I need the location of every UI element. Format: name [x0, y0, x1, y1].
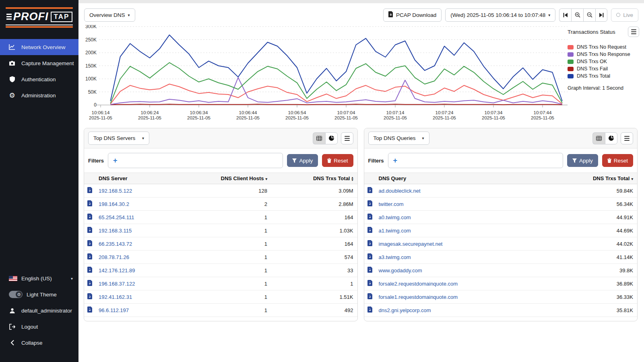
- file-icon[interactable]: [84, 290, 95, 304]
- trash-icon: [607, 158, 611, 163]
- file-icon[interactable]: [364, 277, 375, 290]
- apply-button[interactable]: Apply: [287, 154, 318, 167]
- apply-button[interactable]: Apply: [567, 154, 598, 167]
- table-link[interactable]: ad.doubleclick.net: [379, 188, 421, 194]
- pie-view-button[interactable]: [325, 132, 338, 144]
- file-icon[interactable]: [84, 304, 95, 317]
- table-link[interactable]: 65.254.254.111: [99, 214, 134, 220]
- live-toggle-button[interactable]: Live: [611, 8, 638, 22]
- panel-menu-button[interactable]: [341, 132, 353, 144]
- table-link[interactable]: forsale2.requestdomainquote.com: [379, 281, 458, 287]
- add-filter-icon[interactable]: +: [113, 156, 118, 165]
- theme-toggle-switch[interactable]: [9, 291, 23, 298]
- file-icon[interactable]: [364, 184, 375, 197]
- legend-menu-button[interactable]: [628, 27, 639, 37]
- file-icon[interactable]: [84, 264, 95, 277]
- legend-title: Transactions Status: [568, 29, 615, 35]
- reset-button[interactable]: Reset: [322, 154, 353, 167]
- panel-menu-button[interactable]: [621, 132, 633, 144]
- table-link[interactable]: 192.168.5.122: [99, 188, 132, 194]
- line-chart-canvas[interactable]: 050K100K150K200K250K300K10:06:142025-11-…: [80, 25, 568, 125]
- file-icon[interactable]: [84, 197, 95, 211]
- series-dns-trxs-ok: [110, 63, 562, 103]
- skip-to-start-button[interactable]: [559, 8, 571, 22]
- sidebar-item-network-overview[interactable]: Network Overview: [0, 39, 78, 55]
- table-link[interactable]: a3.twimg.com: [379, 254, 411, 260]
- current-user[interactable]: default_administrator: [0, 302, 78, 319]
- name-cell: forsale1.requestdomainquote.com: [375, 290, 544, 304]
- file-icon[interactable]: [84, 277, 95, 290]
- file-icon[interactable]: [84, 184, 95, 197]
- table-view-button[interactable]: [313, 132, 325, 144]
- pie-view-button[interactable]: [605, 132, 617, 144]
- file-icon[interactable]: [364, 304, 375, 317]
- table-link[interactable]: twitter.com: [379, 201, 404, 207]
- sidebar-item-administration[interactable]: ⚙ Administration: [0, 87, 78, 103]
- table-link[interactable]: 198.164.30.2: [99, 201, 129, 207]
- column-header-dns-trxs-total[interactable]: DNS Trxs Total▴▾: [271, 173, 357, 184]
- column-header-dns-trxs-total[interactable]: DNS Trxs Total▾: [543, 173, 637, 184]
- table-link[interactable]: 66.235.143.72: [99, 241, 132, 247]
- sidebar-item-authentication[interactable]: Authentication: [0, 71, 78, 87]
- file-icon[interactable]: [84, 211, 95, 224]
- legend-item[interactable]: DNS Trxs Total: [568, 73, 639, 79]
- table-link[interactable]: 208.78.71.26: [99, 254, 129, 260]
- file-icon[interactable]: [84, 237, 95, 251]
- column-header-dns-query[interactable]: DNS Query: [375, 173, 544, 184]
- reset-label: Reset: [334, 158, 348, 164]
- dns-queries-table: DNS QueryDNS Trxs Total▾ ad.doubleclick.…: [364, 173, 638, 317]
- table-link[interactable]: dns2.gni.yelpcorp.com: [379, 307, 431, 313]
- file-icon[interactable]: [364, 197, 375, 211]
- legend-item[interactable]: DNS Trxs No Response: [568, 51, 639, 57]
- panel-metric-dropdown[interactable]: Top DNS Servers ▾: [88, 132, 149, 145]
- skip-to-end-button[interactable]: [595, 8, 607, 22]
- sidebar-item-capture-management[interactable]: Capture Management: [0, 55, 78, 71]
- view-select-dropdown[interactable]: Overview DNS ▾: [84, 8, 135, 22]
- collapse-button[interactable]: Collapse: [0, 335, 78, 351]
- filter-input[interactable]: +: [388, 153, 563, 168]
- table-link[interactable]: forsale1.requestdomainquote.com: [379, 294, 458, 300]
- svg-text:2025-11-05: 2025-11-05: [236, 115, 260, 120]
- reset-button[interactable]: Reset: [602, 154, 633, 167]
- pcap-download-button[interactable]: PCAP Download: [383, 8, 442, 22]
- svg-text:2025-11-05: 2025-11-05: [138, 115, 161, 120]
- filter-input[interactable]: +: [108, 153, 283, 168]
- logout-button[interactable]: Logout: [0, 319, 78, 335]
- file-icon[interactable]: [364, 211, 375, 224]
- table-link[interactable]: a0.twimg.com: [379, 214, 411, 220]
- table-view-button[interactable]: [592, 132, 605, 144]
- legend-item[interactable]: DNS Trxs Fail: [568, 66, 639, 72]
- table-link[interactable]: 142.176.121.89: [99, 267, 135, 274]
- file-icon[interactable]: [364, 290, 375, 304]
- name-cell: www.godaddy.com: [375, 264, 544, 277]
- file-icon[interactable]: [364, 237, 375, 251]
- file-icon[interactable]: [364, 251, 375, 264]
- file-icon[interactable]: [84, 251, 95, 264]
- transactions-chart[interactable]: 050K100K150K200K250K300K10:06:142025-11-…: [80, 25, 568, 126]
- table-link[interactable]: imagesak.securepaynet.net: [379, 241, 443, 247]
- language-selector[interactable]: English (US) ▾: [0, 270, 78, 286]
- svg-text:2025-11-05: 2025-11-05: [187, 115, 211, 120]
- zoom-out-button[interactable]: [583, 8, 595, 22]
- legend-item[interactable]: DNS Trxs OK: [568, 59, 639, 64]
- table-link[interactable]: www.godaddy.com: [379, 267, 422, 274]
- file-icon[interactable]: [364, 264, 375, 277]
- legend-label: DNS Trxs No Response: [577, 51, 630, 57]
- table-link[interactable]: 196.168.37.122: [99, 281, 135, 287]
- svg-text:100K: 100K: [85, 76, 97, 82]
- date-range-dropdown[interactable]: (Wed) 2025-11-05 10:06:14 to 10:07:48 ▾: [445, 8, 555, 22]
- add-filter-icon[interactable]: +: [393, 156, 398, 165]
- table-link[interactable]: 96.6.112.197: [99, 307, 129, 313]
- file-icon[interactable]: [84, 224, 95, 237]
- table-link[interactable]: a1.twimg.com: [379, 228, 411, 234]
- column-header-dns-client-hosts[interactable]: DNS Client Hosts▾: [174, 173, 271, 184]
- legend-item[interactable]: DNS Trxs No Request: [568, 44, 639, 50]
- file-icon[interactable]: [364, 224, 375, 237]
- column-header-dns-server[interactable]: DNS Server: [95, 173, 174, 184]
- theme-toggle[interactable]: Light Theme: [0, 286, 78, 302]
- zoom-in-button[interactable]: [571, 8, 583, 22]
- panel-metric-dropdown[interactable]: Top DNS Queries ▾: [368, 132, 429, 145]
- table-link[interactable]: 192.168.3.115: [99, 228, 132, 234]
- table-link[interactable]: 192.41.162.31: [99, 294, 132, 300]
- caret-down-icon: ▾: [548, 13, 550, 17]
